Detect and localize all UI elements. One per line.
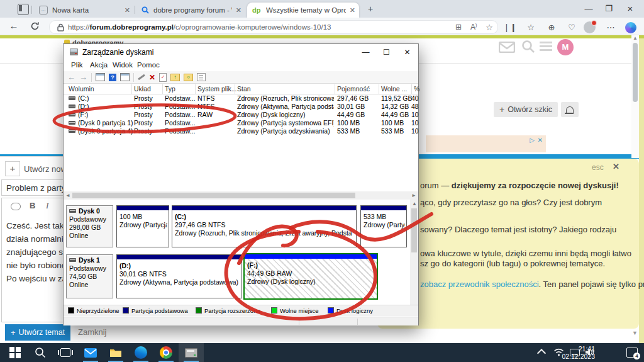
community-guide-link[interactable]: zobacz przewodnik społeczności [420, 280, 539, 289]
back-icon[interactable]: ← [8, 20, 20, 32]
table-horizontal-scrollbar[interactable]: ◄ ► [64, 191, 418, 200]
scroll-left-icon[interactable]: ◄ [65, 193, 70, 198]
browser-minimize-button[interactable]: — [579, 0, 599, 18]
new-tab-button[interactable]: + [365, 3, 376, 14]
panel-scroll-down-icon[interactable]: ▼ [632, 330, 638, 336]
ad-close-icon[interactable]: ✕ [538, 137, 543, 144]
favorites-icon[interactable]: ☆ [524, 21, 538, 34]
scroll-up-icon[interactable]: ▲ [633, 35, 638, 41]
open-draft-button[interactable]: + Otwórz szkic [494, 102, 558, 117]
disk0-label[interactable]: Dysk 0 Podstawowy 298,08 GB Online [66, 205, 113, 247]
forum-avatar[interactable]: M [557, 39, 574, 55]
disk1-label[interactable]: Dysk 1 Podstawowy 74,50 GB Online [66, 254, 113, 298]
folder-search-icon[interactable]: ○ [184, 74, 193, 81]
tab-close-icon[interactable]: ✕ [350, 6, 355, 14]
tab-close-icon[interactable]: ✕ [236, 6, 242, 14]
adchoices-icon[interactable]: ▷ [530, 137, 535, 144]
edge-browser-button[interactable] [128, 343, 153, 362]
tab-actions-icon[interactable] [18, 4, 29, 15]
graphical-pane-scrollbar[interactable]: ▲ ▼ [410, 200, 418, 315]
site-logo[interactable]: dobreprogramy [64, 37, 146, 43]
search-icon[interactable] [521, 40, 535, 54]
col-system-plikow[interactable]: System plik... [197, 85, 236, 93]
volume-row-d[interactable]: (D:) Prosty Podstaw... NTFS Zdrowy (Akty… [64, 103, 418, 111]
col-pojemnosc[interactable]: Pojemność [337, 85, 370, 93]
browser-essentials-icon[interactable]: ♡ [565, 21, 579, 34]
properties-icon[interactable] [197, 73, 206, 81]
collections-icon[interactable]: ⊕ [545, 21, 558, 34]
check-document-icon[interactable]: ✓ [159, 73, 167, 82]
col-percent[interactable]: % [414, 85, 419, 93]
mail-app-button[interactable] [78, 343, 103, 362]
tab-close-icon[interactable]: ✕ [125, 6, 130, 14]
start-button[interactable] [3, 343, 28, 362]
folder-up-icon[interactable]: ↑ [170, 74, 180, 81]
volume-row-c[interactable]: (C:) Prosty Podstaw... NTFS Zdrowy (Rozr… [64, 94, 418, 103]
split-screen-icon[interactable]: ❘❙ [503, 21, 517, 34]
col-stan[interactable]: Stan [237, 85, 251, 93]
menu-akcja[interactable]: Akcja [90, 61, 108, 69]
window-titlebar[interactable]: Zarządzanie dyskami — ☐ ✕ [64, 44, 418, 60]
chrome-browser-button[interactable] [153, 343, 179, 362]
italic-button[interactable]: I [46, 201, 48, 211]
read-aloud-icon[interactable]: A) [470, 23, 477, 31]
browser-profile-avatar[interactable] [584, 21, 596, 33]
ad-banner[interactable]: ▷ ✕ [426, 135, 546, 152]
task-view-button[interactable] [53, 343, 78, 362]
disk0-partition-c[interactable]: (C:)297,46 GB NTFSZdrowy (Rozruch, Plik … [172, 205, 357, 247]
create-topic-button[interactable]: + Utwórz temat [5, 324, 70, 341]
scroll-right-icon[interactable]: ► [411, 193, 416, 198]
volume-row-partition4[interactable]: (Dysk 0 partycja 4) Prosty Podstaw... Zd… [64, 127, 418, 135]
v-scroll-thumb[interactable] [411, 208, 417, 252]
close-composer-link[interactable]: Zamknij [78, 327, 107, 337]
file-explorer-button[interactable] [103, 343, 128, 362]
h-scroll-thumb[interactable] [72, 193, 355, 198]
close-button[interactable]: ✕ [397, 44, 418, 60]
disk1-partition-f-raw[interactable]: (F:)44,49 GB RAWZdrowy (Dysk logiczny) [243, 253, 378, 300]
copilot-icon[interactable] [625, 22, 636, 33]
favorite-star-icon[interactable]: ☆ [486, 23, 493, 32]
volume-row-f[interactable]: (F:) Prosty Podstaw... RAW Zdrowy (Dysk … [64, 111, 418, 119]
composer-add-button[interactable]: + [5, 161, 20, 176]
browser-close-button[interactable]: × [620, 0, 640, 18]
maximize-button[interactable]: ☐ [376, 44, 397, 60]
help-icon[interactable]: ? [109, 74, 116, 81]
tab-nowa-karta[interactable]: ⋯ Nowa karta ✕ [35, 3, 134, 18]
tab-forum-topics-active[interactable]: dp Wszystkie tematy w Oprogram ✕ [247, 3, 359, 18]
page-scrollbar-thumb[interactable] [633, 43, 638, 102]
disk0-partition-efi[interactable]: 100 MBZdrowy (Partycja sys [116, 205, 169, 247]
address-bar[interactable]: https://forum.dobreprogramy.pl/c/oprogra… [49, 20, 498, 34]
bold-button[interactable]: B [30, 201, 35, 210]
url-text[interactable]: https://forum.dobreprogramy.pl/c/oprogra… [68, 23, 451, 31]
disk0-partition-recovery[interactable]: 533 MBZdrowy (Partycja odzyskiwan [360, 205, 407, 247]
tool-icon[interactable] [138, 74, 145, 80]
messages-icon[interactable] [499, 42, 515, 53]
more-menu-icon[interactable]: ⋯ [604, 21, 618, 34]
menu-pomoc[interactable]: Pomoc [137, 61, 160, 69]
disk-management-taskbar-button[interactable] [179, 343, 204, 362]
menu-widok[interactable]: Widok [113, 61, 133, 69]
col-wolumin[interactable]: Wolumin [69, 85, 94, 93]
col-uklad[interactable]: Układ [134, 85, 151, 93]
forward-icon[interactable]: → [79, 72, 87, 82]
taskbar-clock[interactable]: 21:41 02.12.2023 [562, 345, 595, 360]
show-window-icon[interactable] [120, 73, 130, 81]
notifications-bell-button[interactable] [561, 102, 579, 117]
delete-icon[interactable]: ✕ [149, 73, 155, 82]
back-icon[interactable]: ← [67, 72, 75, 82]
quote-icon[interactable] [11, 203, 21, 210]
browser-restore-button[interactable]: ❐ [599, 0, 619, 18]
tab-forum-search[interactable]: dobre programy forum - Wyszuk ✕ [137, 3, 245, 18]
volume-row-partition1[interactable]: (Dysk 0 partycja 1) Prosty Podstaw... Zd… [64, 119, 418, 127]
disk1-partition-d[interactable]: (D:)30,01 GB NTFSZdrowy (Aktywna, Partyc… [116, 254, 242, 298]
refresh-icon[interactable] [30, 21, 40, 31]
taskbar-search-button[interactable] [28, 343, 53, 362]
hamburger-menu-icon[interactable] [540, 42, 552, 52]
action-center-icon[interactable]: 4 [626, 348, 638, 358]
menu-plik[interactable]: Plik [71, 61, 83, 69]
minimize-button[interactable]: — [355, 44, 376, 60]
tab-organize-icon[interactable]: ⊞ [455, 23, 462, 31]
show-hidden-icons-chevron[interactable] [537, 349, 546, 358]
console-window-icon[interactable] [96, 73, 105, 81]
col-typ[interactable]: Typ [165, 85, 175, 93]
